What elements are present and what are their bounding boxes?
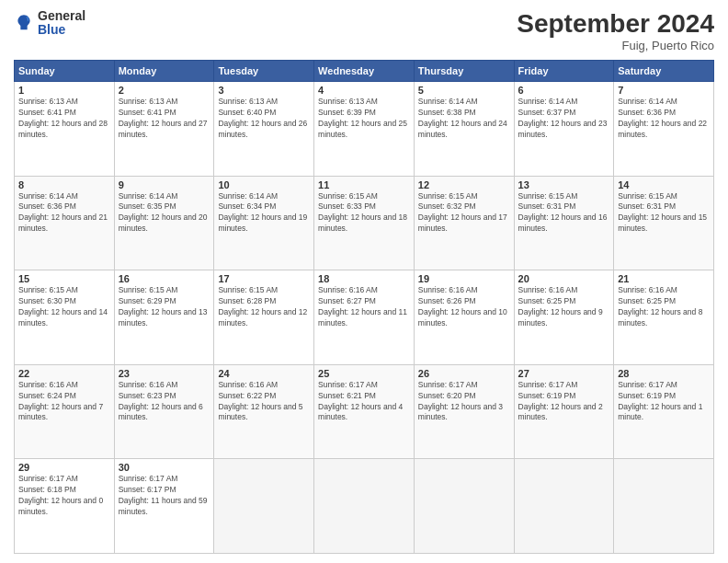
calendar-cell: 1Sunrise: 6:13 AMSunset: 6:41 PMDaylight… [15,82,115,177]
calendar-row: 8Sunrise: 6:14 AMSunset: 6:36 PMDaylight… [15,176,714,270]
day-number: 28 [618,368,710,379]
day-number: 14 [618,179,710,190]
col-sunday: Sunday [15,61,115,82]
logo-icon [14,13,34,33]
calendar-cell: 12Sunrise: 6:15 AMSunset: 6:32 PMDayligh… [414,176,514,270]
calendar-cell: 27Sunrise: 6:17 AMSunset: 6:19 PMDayligh… [514,364,614,459]
calendar-cell: 19Sunrise: 6:16 AMSunset: 6:26 PMDayligh… [414,270,514,365]
calendar-cell: 7Sunrise: 6:14 AMSunset: 6:36 PMDaylight… [614,82,714,177]
day-number: 2 [119,85,210,96]
day-info: Sunrise: 6:14 AMSunset: 6:36 PMDaylight:… [18,191,110,236]
day-info: Sunrise: 6:15 AMSunset: 6:33 PMDaylight:… [318,191,410,236]
day-info: Sunrise: 6:16 AMSunset: 6:25 PMDaylight:… [618,285,710,329]
day-info: Sunrise: 6:16 AMSunset: 6:26 PMDaylight:… [418,285,510,329]
calendar-cell: 5Sunrise: 6:14 AMSunset: 6:38 PMDaylight… [414,82,514,177]
calendar-cell: 4Sunrise: 6:13 AMSunset: 6:39 PMDaylight… [314,82,415,177]
day-number: 16 [119,273,210,284]
calendar-cell: 24Sunrise: 6:16 AMSunset: 6:22 PMDayligh… [214,364,314,459]
day-info: Sunrise: 6:15 AMSunset: 6:28 PMDaylight:… [218,285,310,329]
calendar-cell: 29Sunrise: 6:17 AMSunset: 6:18 PMDayligh… [15,459,115,554]
day-info: Sunrise: 6:15 AMSunset: 6:32 PMDaylight:… [418,191,510,236]
logo: General Blue [14,9,85,38]
day-number: 9 [119,179,210,190]
day-info: Sunrise: 6:14 AMSunset: 6:37 PMDaylight:… [518,97,610,141]
day-number: 11 [318,179,410,190]
calendar-cell: 8Sunrise: 6:14 AMSunset: 6:36 PMDaylight… [15,176,115,270]
day-number: 6 [518,85,610,96]
day-number: 24 [218,368,310,379]
day-info: Sunrise: 6:14 AMSunset: 6:38 PMDaylight:… [418,97,510,141]
day-info: Sunrise: 6:14 AMSunset: 6:34 PMDaylight:… [218,191,310,236]
calendar-cell [614,459,714,554]
title-section: September 2024 Fuig, Puerto Rico [517,9,714,52]
calendar-cell: 20Sunrise: 6:16 AMSunset: 6:25 PMDayligh… [514,270,614,365]
calendar-row: 1Sunrise: 6:13 AMSunset: 6:41 PMDaylight… [15,82,714,177]
calendar-cell [514,459,614,554]
calendar-cell: 15Sunrise: 6:15 AMSunset: 6:30 PMDayligh… [15,270,115,365]
day-number: 22 [18,368,110,379]
calendar-cell: 13Sunrise: 6:15 AMSunset: 6:31 PMDayligh… [514,176,614,270]
day-info: Sunrise: 6:17 AMSunset: 6:19 PMDaylight:… [618,380,710,424]
day-info: Sunrise: 6:16 AMSunset: 6:27 PMDaylight:… [318,285,410,329]
day-number: 27 [518,368,610,379]
col-friday: Friday [514,61,614,82]
day-number: 18 [318,273,410,284]
day-info: Sunrise: 6:15 AMSunset: 6:31 PMDaylight:… [618,191,710,236]
calendar-cell [314,459,415,554]
day-info: Sunrise: 6:17 AMSunset: 6:19 PMDaylight:… [518,380,610,424]
day-number: 29 [18,462,110,473]
day-number: 3 [218,85,310,96]
calendar-cell: 25Sunrise: 6:17 AMSunset: 6:21 PMDayligh… [314,364,415,459]
calendar-cell: 10Sunrise: 6:14 AMSunset: 6:34 PMDayligh… [214,176,314,270]
page: General Blue September 2024 Fuig, Puerto… [0,0,728,563]
calendar-cell [414,459,514,554]
day-number: 20 [518,273,610,284]
calendar-cell: 23Sunrise: 6:16 AMSunset: 6:23 PMDayligh… [114,364,214,459]
calendar-cell: 9Sunrise: 6:14 AMSunset: 6:35 PMDaylight… [114,176,214,270]
calendar-cell: 22Sunrise: 6:16 AMSunset: 6:24 PMDayligh… [15,364,115,459]
day-number: 1 [18,85,110,96]
calendar-cell: 16Sunrise: 6:15 AMSunset: 6:29 PMDayligh… [114,270,214,365]
header: General Blue September 2024 Fuig, Puerto… [14,9,714,52]
day-info: Sunrise: 6:16 AMSunset: 6:25 PMDaylight:… [518,285,610,329]
day-number: 30 [119,462,210,473]
col-wednesday: Wednesday [314,61,415,82]
day-info: Sunrise: 6:14 AMSunset: 6:35 PMDaylight:… [119,191,210,236]
day-info: Sunrise: 6:15 AMSunset: 6:29 PMDaylight:… [119,285,210,329]
day-number: 7 [618,85,710,96]
month-title: September 2024 [517,9,714,39]
calendar-row: 29Sunrise: 6:17 AMSunset: 6:18 PMDayligh… [15,459,714,554]
col-monday: Monday [114,61,214,82]
day-number: 8 [18,179,110,190]
day-info: Sunrise: 6:15 AMSunset: 6:30 PMDaylight:… [18,285,110,329]
calendar-cell: 2Sunrise: 6:13 AMSunset: 6:41 PMDaylight… [114,82,214,177]
day-number: 5 [418,85,510,96]
day-number: 23 [119,368,210,379]
calendar-cell: 17Sunrise: 6:15 AMSunset: 6:28 PMDayligh… [214,270,314,365]
col-saturday: Saturday [614,61,714,82]
calendar-cell: 18Sunrise: 6:16 AMSunset: 6:27 PMDayligh… [314,270,415,365]
day-number: 12 [418,179,510,190]
calendar-cell: 30Sunrise: 6:17 AMSunset: 6:17 PMDayligh… [114,459,214,554]
day-info: Sunrise: 6:13 AMSunset: 6:41 PMDaylight:… [119,97,210,141]
logo-blue: Blue [38,23,85,37]
calendar-row: 22Sunrise: 6:16 AMSunset: 6:24 PMDayligh… [15,364,714,459]
day-info: Sunrise: 6:13 AMSunset: 6:40 PMDaylight:… [218,97,310,141]
day-number: 4 [318,85,410,96]
logo-text: General Blue [38,9,85,38]
day-number: 25 [318,368,410,379]
calendar-cell: 3Sunrise: 6:13 AMSunset: 6:40 PMDaylight… [214,82,314,177]
day-info: Sunrise: 6:16 AMSunset: 6:22 PMDaylight:… [218,380,310,424]
day-info: Sunrise: 6:17 AMSunset: 6:17 PMDaylight:… [119,474,210,518]
day-number: 26 [418,368,510,379]
calendar-cell: 6Sunrise: 6:14 AMSunset: 6:37 PMDaylight… [514,82,614,177]
header-row: Sunday Monday Tuesday Wednesday Thursday… [15,61,714,82]
day-info: Sunrise: 6:13 AMSunset: 6:41 PMDaylight:… [18,97,110,141]
day-info: Sunrise: 6:14 AMSunset: 6:36 PMDaylight:… [618,97,710,141]
calendar-body: 1Sunrise: 6:13 AMSunset: 6:41 PMDaylight… [15,82,714,554]
day-info: Sunrise: 6:17 AMSunset: 6:20 PMDaylight:… [418,380,510,424]
day-number: 17 [218,273,310,284]
subtitle: Fuig, Puerto Rico [517,39,714,52]
day-info: Sunrise: 6:13 AMSunset: 6:39 PMDaylight:… [318,97,410,141]
day-number: 21 [618,273,710,284]
